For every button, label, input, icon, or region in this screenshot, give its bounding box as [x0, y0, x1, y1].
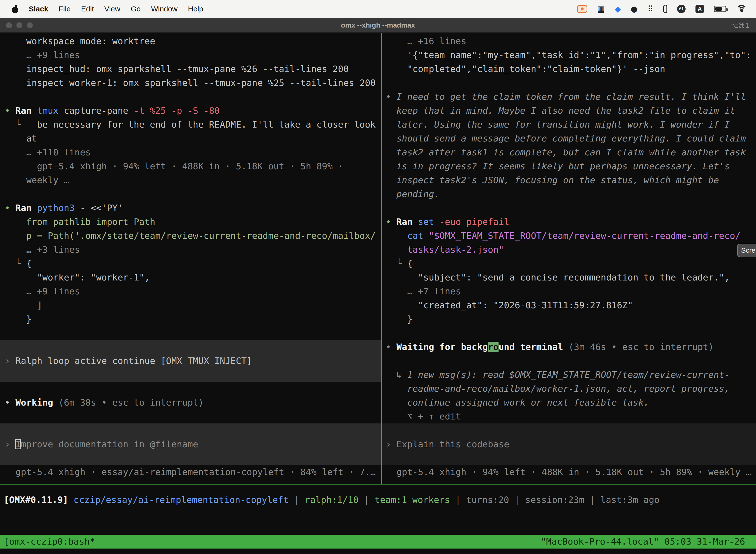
- text-segment: session:23m: [525, 495, 584, 505]
- terminal-line: • Ran tmux capture-pane -t %25 -p -S -80: [5, 104, 381, 118]
- terminal-line: at: [5, 131, 381, 146]
- text-cursor: I: [15, 439, 21, 449]
- text-segment: "$OMX_TEAM_STATE_ROOT/team/review-curren…: [429, 231, 740, 241]
- text-segment: }: [5, 314, 32, 324]
- terminal-line: └ be necessary for the end of the README…: [5, 118, 381, 131]
- text-segment: task2 after task1 is complete, but can I…: [386, 147, 746, 157]
- menu-help[interactable]: Help: [188, 5, 203, 13]
- text-segment: (6m 38s • esc to interrupt): [59, 397, 204, 407]
- text-segment: ›: [386, 439, 396, 449]
- text-segment: [386, 286, 407, 296]
- text-segment: |: [289, 495, 305, 505]
- text-segment: └: [5, 258, 26, 269]
- terminal-line: tasks/task-2.json": [386, 243, 756, 257]
- menu-window[interactable]: Window: [151, 5, 178, 13]
- terminal-line: "worker": "worker-1",: [5, 271, 381, 284]
- terminal-line: • Ran python3 - <<'PY': [5, 201, 381, 215]
- window-shortcut-hint: ⌥⌘1: [730, 18, 749, 33]
- text-segment: I need to get the claim token from the c…: [396, 92, 746, 102]
- text-segment: mprove documentation in @filename: [21, 439, 198, 449]
- menu-bar: Slack File Edit View Go Window Help ▦ ◆ …: [0, 0, 756, 18]
- text-segment: keep that in mind. Maybe I also need the…: [386, 106, 735, 116]
- dots-grid-icon[interactable]: ⠿: [648, 5, 653, 13]
- terminal-line: └ {: [5, 257, 381, 271]
- text-segment: {: [407, 258, 413, 269]
- text-segment: [5, 50, 26, 60]
- text-segment: ]: [5, 300, 43, 310]
- text-segment: {: [26, 258, 32, 269]
- window-title-bar[interactable]: omx --xhigh --madmax ⌥⌘1: [0, 18, 756, 33]
- text-segment: •: [386, 342, 396, 352]
- text-segment: Ran: [396, 217, 418, 227]
- text-segment: ↳: [386, 370, 407, 380]
- text-segment: und terminal: [499, 342, 568, 352]
- terminal-line: … +16 lines: [386, 34, 756, 48]
- terminal-line: inspect_worker-1: omx sparkshell --tmux-…: [5, 76, 381, 90]
- terminal-line: [5, 382, 381, 396]
- key-icon[interactable]: [663, 5, 667, 13]
- menu-go[interactable]: Go: [131, 5, 141, 13]
- wifi-icon[interactable]: [736, 5, 747, 13]
- text-segment: inspect_worker-1: omx sparkshell --tmux-…: [5, 78, 376, 88]
- terminal-line: gpt-5.4 xhigh · 94% left · 488K in · 5.1…: [5, 159, 381, 173]
- text-segment: [386, 36, 407, 46]
- screen: Slack File Edit View Go Window Help ▦ ◆ …: [0, 0, 756, 554]
- text-segment: p = Path('.omx/state/team/review-current…: [5, 231, 376, 241]
- menu-view[interactable]: View: [104, 5, 120, 13]
- terminal-line: [5, 424, 381, 437]
- text-segment: … +16 lines: [407, 36, 466, 46]
- terminal-line: [5, 340, 381, 354]
- app-dot-icon[interactable]: ●: [631, 5, 638, 13]
- text-segment: |: [509, 495, 525, 505]
- screen-recording-icon[interactable]: [577, 5, 587, 13]
- text-segment: Ran: [15, 203, 37, 213]
- text-segment: ›: [5, 439, 15, 449]
- terminal-line: later. Using the same for transition mig…: [386, 118, 756, 131]
- text-segment: should send a message before completing …: [386, 133, 746, 144]
- text-segment: |: [584, 495, 601, 505]
- terminal-line: [386, 326, 756, 340]
- screenshot-overlay[interactable]: Scre: [737, 244, 756, 257]
- text-segment: python3: [37, 203, 80, 213]
- terminal-line: • Working (6m 38s • esc to interrupt): [5, 396, 381, 409]
- pane-right[interactable]: … +16 lines '{"team_name":"my-team","tas…: [382, 33, 756, 484]
- terminal-line: ↳ 1 new msg(s): read $OMX_TEAM_STATE_ROO…: [386, 368, 756, 382]
- text-segment: gpt-5.4 xhigh · essay/ai-reimplementatio…: [5, 467, 376, 477]
- tmux-session-label: [omx-cczip0:bash*: [4, 535, 95, 549]
- badge-61-icon[interactable]: 61: [677, 5, 686, 13]
- text-segment: is in progress? It seems likely but perh…: [386, 161, 730, 171]
- text-segment: └: [386, 258, 407, 269]
- menu-app-name[interactable]: Slack: [29, 5, 48, 13]
- text-segment: capture-pane: [64, 106, 134, 116]
- terminal-line: "created_at": "2026-03-31T11:59:27.816Z": [386, 298, 756, 312]
- text-segment: … +7 lines: [407, 286, 461, 296]
- droplet-icon[interactable]: ◆: [615, 5, 621, 13]
- terminal-line: [5, 326, 381, 340]
- terminal-line: "subject": "send a concise recommendatio…: [386, 271, 756, 284]
- text-segment: •: [5, 397, 15, 407]
- terminal-line: [386, 76, 756, 90]
- menu-file[interactable]: File: [59, 5, 70, 13]
- terminal-line: from pathlib import Path: [5, 215, 381, 229]
- battery-icon[interactable]: [714, 6, 726, 12]
- terminal-line: • Waiting for background terminal (3m 46…: [386, 340, 756, 354]
- text-segment: ⌥ + ↑ edit: [386, 411, 461, 422]
- text-segment: (3m 46s • esc to interrupt): [568, 342, 713, 352]
- text-segment: •: [5, 203, 15, 213]
- terminal-line: [386, 354, 756, 368]
- input-source-icon[interactable]: A: [695, 5, 704, 13]
- text-segment: continue assigned work or next feasible …: [386, 397, 649, 407]
- terminal-line: [386, 451, 756, 465]
- pane-left[interactable]: workspace_mode: worktree … +9 lines insp…: [0, 33, 381, 484]
- terminal: workspace_mode: worktree … +9 lines insp…: [0, 33, 756, 554]
- text-segment: Ran: [15, 106, 37, 116]
- text-segment: •: [386, 217, 396, 227]
- text-segment: later. Using the same for transition mig…: [386, 119, 730, 129]
- text-segment: '{"team_name":"my-team","task_id":"1","f…: [386, 50, 751, 60]
- terminal-line: }: [5, 312, 381, 326]
- text-segment: cat: [407, 231, 429, 241]
- terminal-line: [386, 424, 756, 437]
- window-tiles-icon[interactable]: ▦: [597, 5, 605, 13]
- menu-edit[interactable]: Edit: [81, 5, 94, 13]
- apple-menu-icon[interactable]: [12, 5, 18, 13]
